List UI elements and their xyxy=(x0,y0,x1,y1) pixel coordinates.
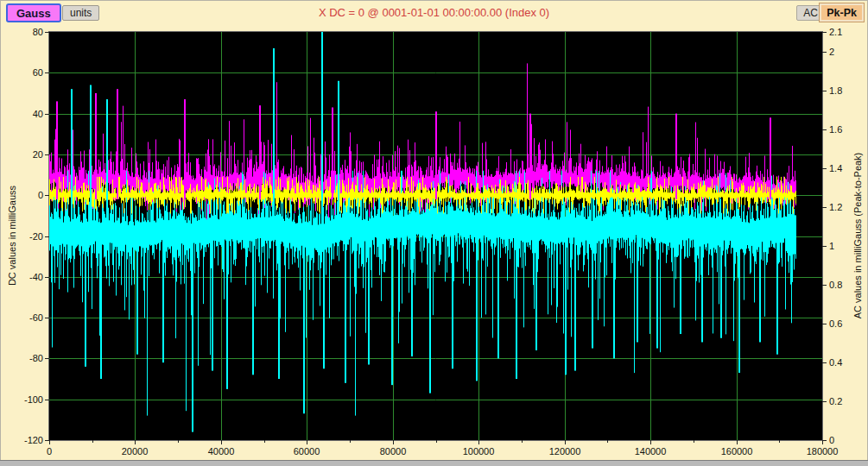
left-y-tick-label: 40 xyxy=(9,109,43,119)
x-major-tick xyxy=(307,440,307,444)
left-y-tick-label: -20 xyxy=(9,231,43,242)
x-major-tick xyxy=(221,440,222,444)
left-y-tick xyxy=(45,32,49,33)
x-tick-label: 0 xyxy=(22,446,77,457)
right-y-tick xyxy=(822,32,827,33)
x-major-tick xyxy=(49,440,50,444)
x-minor-tick xyxy=(694,440,694,443)
x-tick-label: 180000 xyxy=(795,446,850,457)
left-y-tick xyxy=(45,318,49,318)
x-minor-tick xyxy=(607,440,608,443)
x-tick-label: 120000 xyxy=(537,446,592,457)
right-y-tick xyxy=(822,246,827,247)
left-y-tick xyxy=(45,154,49,155)
x-major-tick xyxy=(135,440,136,444)
x-minor-tick xyxy=(92,440,93,443)
left-y-tick-label: -100 xyxy=(9,394,43,405)
plot-area xyxy=(48,31,823,441)
x-minor-tick xyxy=(779,440,780,443)
x-major-tick xyxy=(737,440,738,444)
left-y-tick xyxy=(45,400,49,400)
left-y-tick-label: -40 xyxy=(9,272,43,282)
right-y-tick-label: 1 xyxy=(829,241,834,251)
left-y-tick-label: 20 xyxy=(9,149,43,160)
x-minor-tick xyxy=(436,440,437,443)
x-tick-label: 100000 xyxy=(451,446,506,457)
x-major-tick xyxy=(393,440,394,444)
right-y-tick-label: 1.8 xyxy=(829,85,842,96)
right-y-tick-label: 0.2 xyxy=(829,396,842,406)
right-y-tick-label: 2.1 xyxy=(829,27,842,37)
plot-canvas[interactable] xyxy=(49,32,822,440)
left-y-tick xyxy=(45,236,49,237)
left-y-tick xyxy=(45,72,49,73)
x-tick-label: 80000 xyxy=(365,446,421,457)
app-window: Gauss units X DC = 0 @ 0001-01-01 00:00:… xyxy=(0,0,868,466)
left-y-tick xyxy=(45,277,49,278)
window-bottom-bar xyxy=(0,460,868,466)
x-tick-label: 140000 xyxy=(623,446,678,457)
x-minor-tick xyxy=(350,440,351,443)
x-major-tick xyxy=(822,440,823,444)
right-y-tick xyxy=(822,129,827,130)
right-y-tick xyxy=(822,52,827,53)
right-y-tick-label: 0.6 xyxy=(829,318,842,329)
x-major-tick xyxy=(478,440,479,444)
right-y-tick xyxy=(822,362,827,363)
left-y-tick xyxy=(45,195,49,196)
right-y-axis-label: AC values in milliGauss (Peak-to-Peak) xyxy=(852,153,863,319)
x-major-tick xyxy=(650,440,651,444)
left-y-tick-label: -80 xyxy=(9,353,43,363)
left-y-tick-label: 80 xyxy=(9,27,43,37)
x-major-tick xyxy=(565,440,566,444)
left-y-tick-label: 60 xyxy=(9,67,43,78)
right-y-tick-label: 0 xyxy=(829,435,834,445)
right-y-tick xyxy=(822,207,827,208)
right-y-tick-label: 1.2 xyxy=(829,202,842,212)
left-y-tick xyxy=(45,358,49,359)
x-minor-tick xyxy=(522,440,523,443)
right-y-tick-label: 2 xyxy=(829,47,834,57)
x-tick-label: 160000 xyxy=(709,446,764,457)
x-minor-tick xyxy=(178,440,179,443)
right-y-tick-label: 1.6 xyxy=(829,124,842,135)
right-y-tick xyxy=(822,324,827,324)
x-minor-tick xyxy=(264,440,265,443)
right-y-tick xyxy=(822,401,827,402)
x-tick-label: 20000 xyxy=(107,446,162,457)
left-y-tick-label: -120 xyxy=(9,435,43,445)
pkpk-toggle-button[interactable]: Pk-Pk xyxy=(820,3,864,22)
x-tick-label: 40000 xyxy=(193,446,249,457)
x-tick-label: 60000 xyxy=(279,446,334,457)
right-y-tick-label: 0.4 xyxy=(829,357,842,368)
left-y-tick xyxy=(45,114,49,115)
left-y-tick-label: 0 xyxy=(9,190,43,200)
right-y-tick xyxy=(822,285,827,286)
right-y-tick xyxy=(822,91,827,91)
right-y-tick-label: 0.8 xyxy=(829,280,842,290)
plot-title: X DC = 0 @ 0001-01-01 00:00:00.00 (Index… xyxy=(0,6,868,19)
right-y-tick-label: 1.4 xyxy=(829,163,842,173)
right-y-tick xyxy=(822,168,827,169)
left-y-tick-label: -60 xyxy=(9,312,43,323)
